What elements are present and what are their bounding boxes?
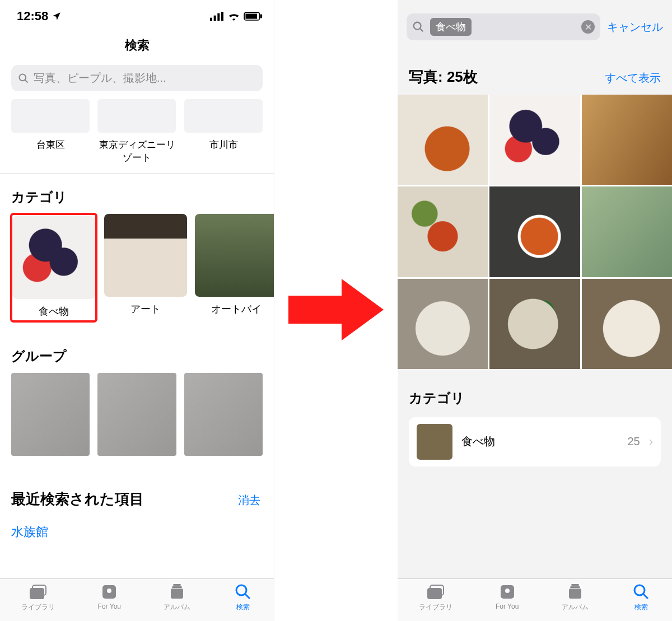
location-item[interactable]: 東京ディズニーリゾート (97, 99, 176, 164)
tab-library[interactable]: ライブラリ (21, 583, 55, 612)
svg-rect-27 (571, 584, 579, 586)
results-grid (398, 95, 672, 369)
categories-section: カテゴリ 食べ物 25 › (398, 369, 672, 472)
svg-line-17 (245, 594, 250, 599)
location-label: 東京ディズニーリゾート (97, 138, 176, 164)
svg-point-7 (20, 74, 26, 81)
results-header: 写真: 25枚 すべて表示 (398, 52, 672, 95)
svg-point-12 (107, 589, 111, 593)
svg-line-8 (25, 80, 28, 82)
clear-search-icon[interactable]: ✕ (581, 20, 595, 34)
search-tab-icon (234, 583, 253, 600)
groups-header: グループ (0, 333, 274, 373)
photo-thumbnail[interactable] (489, 95, 580, 185)
library-icon (426, 583, 445, 600)
arrow-icon (288, 276, 384, 345)
tab-bar: ライブラリ For You アルバム 検索 (398, 578, 672, 621)
location-arrow-icon (52, 11, 62, 21)
library-icon (29, 583, 48, 600)
categories-header: カテゴリ (0, 174, 274, 214)
status-bar: 12:58 (0, 0, 274, 28)
search-placeholder: 写真、ピープル、撮影地... (34, 71, 166, 86)
category-item-art[interactable]: アート (104, 214, 187, 321)
search-input[interactable]: 写真、ピープル、撮影地... (11, 65, 263, 91)
foryou-icon (100, 583, 119, 600)
categories-row: 食べ物 アート オートバイ (0, 214, 274, 333)
svg-marker-18 (288, 279, 384, 340)
groups-row (0, 373, 274, 473)
category-thumbnail (104, 214, 187, 297)
group-thumbnail[interactable] (97, 373, 176, 456)
search-icon (412, 21, 424, 33)
search-input-filled[interactable]: 食べ物 ✕ (407, 13, 600, 40)
battery-icon (244, 12, 263, 21)
cancel-button[interactable]: キャンセル (607, 20, 663, 35)
location-item[interactable]: 台東区 (11, 99, 90, 164)
svg-rect-13 (171, 589, 183, 599)
album-icon (167, 583, 186, 600)
svg-point-28 (634, 585, 645, 595)
categories-header: カテゴリ (409, 389, 661, 407)
location-label: 市川市 (184, 138, 263, 151)
recent-search-item[interactable]: 水族館 (0, 518, 274, 557)
tab-label: ライブラリ (419, 603, 452, 612)
category-thumbnail (12, 216, 95, 299)
results-count: 写真: 25枚 (409, 67, 478, 87)
group-thumbnail[interactable] (11, 373, 90, 456)
svg-rect-2 (217, 13, 220, 21)
location-thumbnail (11, 99, 90, 133)
svg-rect-25 (569, 589, 581, 599)
tab-label: For You (98, 603, 121, 610)
photo-thumbnail[interactable] (398, 95, 488, 185)
category-thumbnail (417, 424, 452, 460)
svg-point-24 (505, 589, 510, 593)
chevron-right-icon: › (649, 435, 653, 449)
photo-thumbnail[interactable] (398, 186, 488, 277)
tab-label: ライブラリ (21, 603, 55, 612)
photo-thumbnail[interactable] (582, 279, 672, 369)
photo-thumbnail[interactable] (489, 186, 580, 277)
search-chip[interactable]: 食べ物 (430, 18, 472, 36)
svg-rect-0 (210, 18, 212, 21)
tab-label: 検索 (236, 603, 250, 612)
tab-album[interactable]: アルバム (562, 583, 589, 612)
right-screen: 食べ物 ✕ キャンセル 写真: 25枚 すべて表示 カテゴリ 食べ物 25 (398, 0, 672, 621)
location-thumbnail (184, 99, 263, 133)
status-time: 12:58 (17, 9, 48, 24)
tab-search[interactable]: 検索 (632, 583, 651, 612)
location-label: 台東区 (11, 138, 90, 151)
svg-line-29 (643, 594, 648, 599)
category-card-food[interactable]: 食べ物 25 › (409, 417, 661, 466)
tab-album[interactable]: アルバム (164, 583, 190, 612)
locations-row: 台東区 東京ディズニーリゾート 市川市 (0, 99, 274, 174)
svg-point-16 (236, 585, 246, 595)
tab-library[interactable]: ライブラリ (419, 583, 452, 612)
svg-rect-3 (221, 12, 223, 21)
album-icon (566, 583, 585, 600)
tab-foryou[interactable]: For You (496, 583, 519, 612)
category-item-motorcycle[interactable]: オートバイ (195, 214, 274, 321)
location-item[interactable]: 市川市 (184, 99, 263, 164)
cellular-icon (210, 12, 225, 21)
left-screen: 12:58 検索 写真、ピープル、撮影地... 台東区 東京ディズニーリゾート … (0, 0, 274, 621)
photo-thumbnail[interactable] (398, 279, 488, 369)
svg-point-19 (414, 22, 421, 30)
tab-bar: ライブラリ For You アルバム 検索 (0, 578, 274, 621)
photo-thumbnail[interactable] (489, 279, 580, 369)
svg-rect-9 (30, 588, 44, 599)
photo-thumbnail[interactable] (582, 186, 672, 277)
show-all-button[interactable]: すべて表示 (605, 71, 661, 86)
category-item-food[interactable]: 食べ物 (11, 214, 96, 321)
group-thumbnail[interactable] (184, 373, 263, 456)
tab-search[interactable]: 検索 (234, 583, 253, 612)
search-row: 食べ物 ✕ キャンセル (398, 0, 672, 52)
location-thumbnail (97, 99, 176, 133)
wifi-icon (228, 12, 240, 21)
clear-button[interactable]: 消去 (238, 493, 260, 508)
page-title: 検索 (0, 28, 274, 65)
foryou-icon (498, 583, 517, 600)
tab-label: アルバム (562, 603, 589, 612)
recent-header: 最近検索された項目 消去 (0, 473, 274, 518)
tab-foryou[interactable]: For You (98, 583, 121, 612)
photo-thumbnail[interactable] (582, 95, 672, 185)
